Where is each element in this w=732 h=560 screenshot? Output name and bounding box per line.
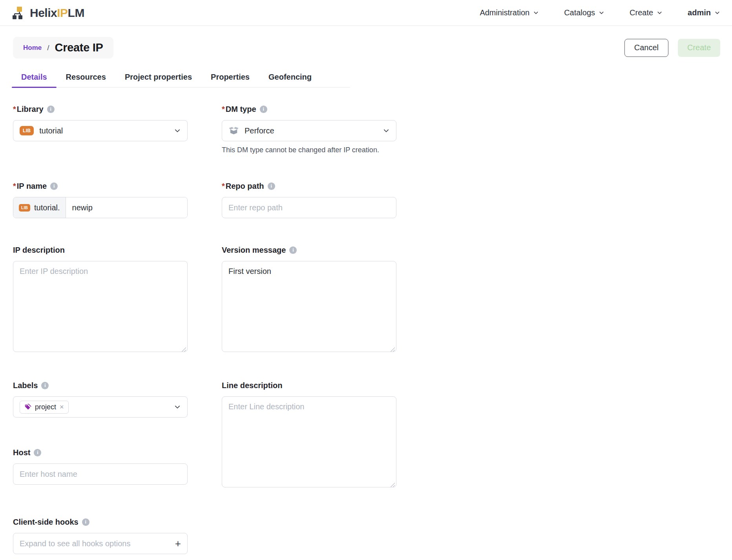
client-hooks-placeholder: Expand to see all hooks options — [20, 539, 130, 548]
chevron-down-icon — [714, 10, 720, 16]
create-ip-form: * Library i LIB tutorial * DM type i — [0, 88, 732, 554]
page-header-row: Home / Create IP Cancel Create — [0, 26, 732, 58]
required-marker: * — [13, 182, 16, 191]
ip-name-prefix-text: tutorial. — [34, 203, 60, 212]
tab-bar: Details Resources Project properties Pro… — [12, 73, 350, 88]
dm-type-select[interactable]: Perforce — [222, 120, 396, 141]
repo-path-field: * Repo path i — [222, 182, 396, 218]
logo-text: HelixIPLM — [30, 6, 84, 20]
breadcrumb-separator: / — [47, 44, 49, 52]
info-circle-icon[interactable]: i — [41, 382, 49, 389]
host-label: Host — [13, 448, 30, 457]
tab-resources[interactable]: Resources — [57, 73, 115, 87]
required-marker: * — [13, 105, 16, 114]
tab-details[interactable]: Details — [12, 73, 57, 87]
library-field: * Library i LIB tutorial — [13, 105, 188, 141]
line-description-label: Line description — [222, 381, 282, 390]
info-circle-icon[interactable]: i — [34, 449, 41, 456]
ip-name-field: * IP name i LIB tutorial. — [13, 182, 188, 218]
host-field: Host i — [13, 448, 188, 485]
labels-label: Labels — [13, 381, 38, 390]
chevron-down-icon — [174, 403, 181, 410]
line-description-field: Line description — [222, 381, 396, 489]
client-hooks-expander[interactable]: Expand to see all hooks options + — [13, 533, 188, 554]
left-column-stack: Labels i project × — [13, 381, 188, 554]
tab-properties[interactable]: Properties — [201, 73, 259, 87]
page-actions: Cancel Create — [624, 39, 720, 57]
labels-multiselect[interactable]: project × — [13, 396, 188, 418]
page-title: Create IP — [55, 41, 103, 54]
nav-administration[interactable]: Administration — [480, 8, 539, 17]
dm-type-value: Perforce — [245, 126, 274, 135]
library-badge: LIB — [19, 204, 30, 212]
host-input[interactable] — [13, 463, 188, 485]
nav-create[interactable]: Create — [630, 8, 663, 17]
info-circle-icon[interactable]: i — [268, 182, 275, 190]
breadcrumb-home-link[interactable]: Home — [23, 44, 42, 52]
version-message-label: Version message — [222, 246, 286, 255]
info-circle-icon[interactable]: i — [82, 518, 89, 526]
ip-name-input[interactable] — [66, 197, 187, 218]
ip-description-label: IP description — [13, 246, 65, 255]
client-hooks-field: Client-side hooks i Expand to see all ho… — [13, 518, 188, 554]
library-value: tutorial — [39, 126, 63, 135]
remove-chip-icon[interactable]: × — [60, 403, 64, 410]
version-message-field: Version message i First version — [222, 246, 396, 354]
breadcrumb: Home / Create IP — [13, 37, 113, 58]
plus-icon[interactable]: + — [175, 538, 181, 549]
nav-user-menu[interactable]: admin — [688, 8, 720, 17]
org-chart-icon — [12, 6, 26, 20]
chevron-down-icon — [657, 10, 663, 16]
dm-type-label: DM type — [226, 105, 256, 114]
create-button[interactable]: Create — [678, 39, 720, 57]
line-description-textarea[interactable] — [222, 396, 396, 487]
library-badge: LIB — [20, 126, 34, 135]
version-message-textarea[interactable]: First version — [222, 261, 396, 352]
ip-name-combo: LIB tutorial. — [13, 197, 188, 218]
chevron-down-icon — [533, 10, 539, 16]
helix-iplm-logo[interactable]: HelixIPLM — [12, 6, 84, 20]
repo-path-label: Repo path — [226, 182, 264, 191]
required-marker: * — [222, 105, 225, 114]
ip-name-label: IP name — [17, 182, 47, 191]
library-select[interactable]: LIB tutorial — [13, 120, 188, 141]
library-label: Library — [17, 105, 44, 114]
open-box-icon — [228, 126, 239, 135]
app-header: HelixIPLM Administration Catalogs Create… — [0, 0, 732, 26]
info-circle-icon[interactable]: i — [50, 182, 58, 190]
nav-catalogs[interactable]: Catalogs — [564, 8, 604, 17]
cancel-button[interactable]: Cancel — [624, 39, 668, 57]
ip-name-prefix: LIB tutorial. — [13, 197, 66, 218]
required-marker: * — [222, 182, 225, 191]
dm-type-helper-text: This DM type cannot be changed after IP … — [222, 146, 396, 154]
info-circle-icon[interactable]: i — [47, 106, 55, 113]
chevron-down-icon — [174, 127, 181, 134]
ip-description-textarea[interactable] — [13, 261, 188, 352]
tag-icon — [24, 403, 31, 410]
client-hooks-label: Client-side hooks — [13, 518, 78, 527]
dm-type-field: * DM type i Perforce This DM type cannot… — [222, 105, 396, 154]
top-nav: Administration Catalogs Create admin — [480, 8, 720, 17]
tab-geofencing[interactable]: Geofencing — [259, 73, 321, 87]
label-chip-project: project × — [20, 401, 69, 414]
chevron-down-icon — [599, 10, 604, 16]
info-circle-icon[interactable]: i — [260, 106, 267, 113]
chevron-down-icon — [383, 127, 390, 134]
info-circle-icon[interactable]: i — [289, 246, 297, 254]
labels-field: Labels i project × — [13, 381, 188, 418]
ip-description-field: IP description — [13, 246, 188, 354]
repo-path-input[interactable] — [222, 197, 396, 218]
tab-project-properties[interactable]: Project properties — [115, 73, 201, 87]
label-chip-text: project — [35, 403, 56, 411]
